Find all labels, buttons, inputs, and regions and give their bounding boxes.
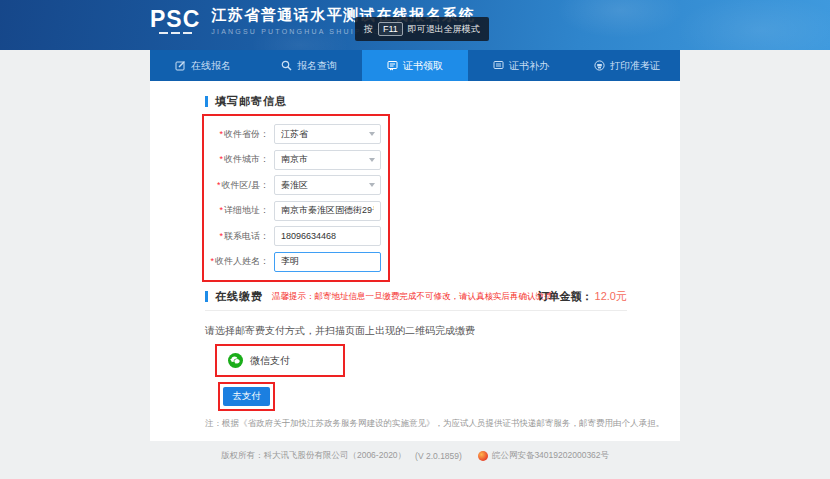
fullscreen-tip-prefix: 按: [364, 23, 373, 36]
payment-warning-text: 温馨提示：邮寄地址信息一旦缴费完成不可修改，请认真核实后再确认缴费！: [272, 291, 561, 303]
mailing-info-title: 填写邮寄信息: [215, 94, 287, 109]
mailing-info-section-header: 填写邮寄信息: [205, 94, 287, 109]
psc-logo-underline: [159, 32, 192, 34]
field-row-district: *收件区/县： 秦淮区: [207, 175, 381, 196]
province-select[interactable]: 江苏省: [274, 124, 381, 144]
section-accent-bar: [205, 96, 208, 107]
required-mark: *: [219, 231, 223, 241]
district-value: 秦淮区: [281, 179, 308, 192]
payment-title: 在线缴费: [215, 289, 263, 304]
footer-version: (V 2.0.1859): [415, 451, 462, 461]
tab-label: 证书领取: [403, 59, 443, 73]
district-label: 收件区/县：: [221, 180, 269, 190]
address-label: 详细地址：: [224, 205, 269, 215]
order-amount-label: 订单金额：: [538, 289, 593, 304]
mailing-form-annotation-box: *收件省份： 江苏省 *收件城市： 南京市 *收件区/县： 秦淮区: [202, 114, 390, 282]
phone-label: 联系电话：: [224, 231, 269, 241]
district-select[interactable]: 秦淮区: [274, 175, 381, 195]
page-footer: 版权所有：科大讯飞股份有限公司（2006-2020） (V 2.0.1859) …: [0, 450, 830, 462]
city-value: 南京市: [281, 153, 308, 166]
tab-label: 证书补办: [509, 59, 549, 73]
province-label: 收件省份：: [224, 129, 269, 139]
required-mark: *: [219, 205, 223, 215]
province-value: 江苏省: [281, 128, 308, 141]
field-row-city: *收件城市： 南京市: [207, 149, 381, 170]
order-amount-block: 订单金额： 12.0元: [538, 289, 627, 304]
chevron-down-icon: [369, 183, 375, 187]
footer-copyright-block: 版权所有：科大讯飞股份有限公司（2006-2020） (V 2.0.1859): [221, 450, 462, 462]
fullscreen-tip-suffix: 即可退出全屏模式: [408, 23, 480, 36]
fullscreen-exit-tooltip: 按 F11 即可退出全屏模式: [355, 17, 489, 41]
phone-input[interactable]: [274, 226, 381, 246]
chevron-down-icon: [369, 132, 375, 136]
tab-label: 报名查询: [297, 59, 337, 73]
payment-section-header: 在线缴费 温馨提示：邮寄地址信息一旦缴费完成不可修改，请认真核实后再确认缴费！: [205, 289, 561, 304]
footer-copyright: 版权所有：科大讯飞股份有限公司（2006-2020）: [221, 450, 406, 462]
required-mark: *: [219, 129, 223, 139]
psc-logo: PSC: [150, 7, 200, 34]
field-row-recipient-name: *收件人姓名：: [207, 251, 381, 272]
tab-certificate-reissue[interactable]: 证书补办: [468, 50, 574, 81]
field-row-phone: *联系电话：: [207, 226, 381, 247]
required-mark: *: [217, 180, 221, 190]
tab-registration-query[interactable]: 报名查询: [256, 50, 362, 81]
certificate-icon: [387, 60, 398, 71]
section-divider: [205, 310, 627, 311]
app-header: PSC 江苏省普通话水平测试在线报名系统 JIANGSU PUTONGHUA S…: [0, 0, 830, 50]
section-accent-bar: [205, 291, 208, 302]
psc-logo-text: PSC: [150, 7, 200, 31]
address-input[interactable]: [274, 201, 381, 221]
printer-icon: [594, 60, 605, 71]
tab-print-admission-ticket[interactable]: 打印准考证: [574, 50, 680, 81]
city-select[interactable]: 南京市: [274, 150, 381, 170]
edit-icon: [175, 60, 186, 71]
f11-key-badge: F11: [378, 22, 403, 36]
policy-note: 注：根据《省政府关于加快江苏政务服务网建设的实施意见》，为应试人员提供证书快递邮…: [205, 418, 664, 430]
tab-label: 打印准考证: [610, 59, 660, 73]
content-column: 在线报名 报名查询 证书领取 证书补办 打印准考证 填写邮寄信息 *收件省份：: [150, 50, 680, 441]
footer-beian-number: 皖公网安备34019202000362号: [492, 450, 609, 462]
required-mark: *: [210, 256, 214, 266]
tab-certificate-collection[interactable]: 证书领取: [362, 50, 468, 81]
field-row-province: *收件省份： 江苏省: [207, 124, 381, 145]
order-amount-value: 12.0元: [595, 289, 627, 304]
footer-beian-block: 皖公网安备34019202000362号: [478, 450, 609, 462]
beian-badge-icon: [478, 451, 488, 461]
field-row-address: *详细地址：: [207, 200, 381, 221]
tab-online-registration[interactable]: 在线报名: [150, 50, 256, 81]
tab-label: 在线报名: [191, 59, 231, 73]
go-to-pay-button[interactable]: 去支付: [223, 387, 270, 406]
pay-button-annotation-box: 去支付: [218, 382, 275, 411]
wechat-icon: [228, 353, 243, 368]
recipient-name-input[interactable]: [274, 252, 381, 272]
payment-instruction: 请选择邮寄费支付方式，并扫描页面上出现的二维码完成缴费: [205, 324, 475, 338]
main-nav: 在线报名 报名查询 证书领取 证书补办 打印准考证: [150, 50, 680, 81]
city-label: 收件城市：: [224, 154, 269, 164]
chevron-down-icon: [369, 158, 375, 162]
required-mark: *: [219, 154, 223, 164]
recipient-name-label: 收件人姓名：: [215, 256, 269, 266]
certificate-reissue-icon: [493, 60, 504, 71]
search-icon: [281, 60, 292, 71]
wechat-pay-label: 微信支付: [250, 354, 290, 368]
wechat-pay-option[interactable]: 微信支付: [215, 344, 345, 377]
main-card: 填写邮寄信息 *收件省份： 江苏省 *收件城市： 南京市 *收件区/县：: [150, 81, 680, 441]
